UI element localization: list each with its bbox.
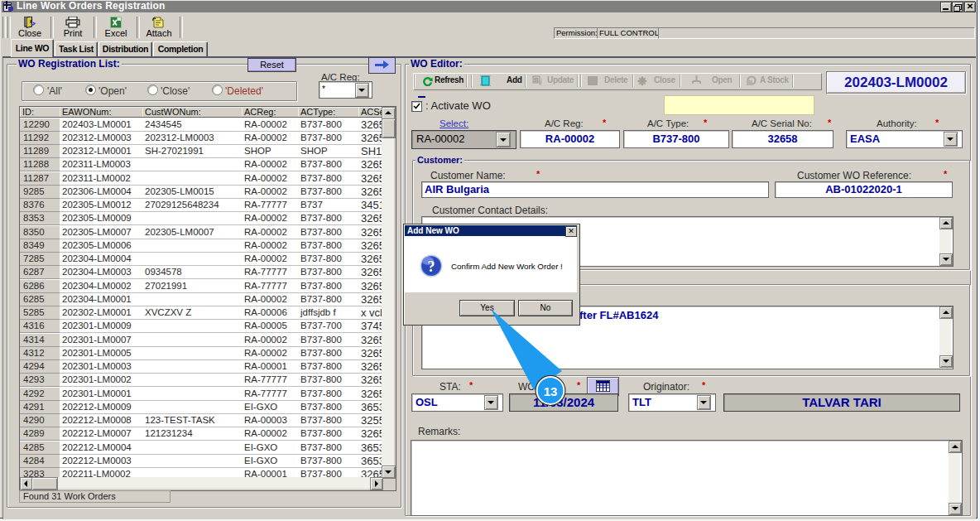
svg-text:13: 13 bbox=[544, 384, 558, 398]
